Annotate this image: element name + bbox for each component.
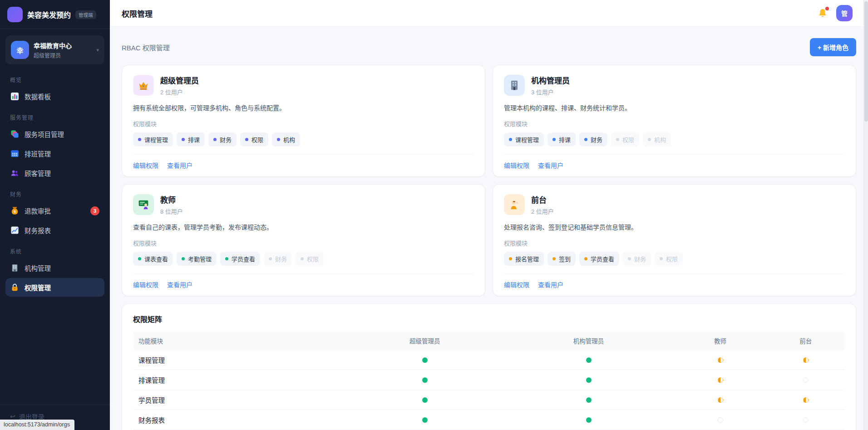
permission-full-icon: [422, 397, 428, 403]
role-description: 处理报名咨询、签到登记和基础学员信息管理。: [504, 222, 845, 231]
sidebar-item-label: 顾客管理: [25, 168, 51, 178]
view-users-link[interactable]: 查看用户: [167, 280, 192, 289]
sidebar-item-customers[interactable]: 顾客管理: [5, 164, 104, 182]
module-dot-icon: [584, 257, 587, 260]
teacher-icon: [133, 194, 154, 215]
permission-none-icon: [803, 377, 809, 383]
matrix-column-header: 教师: [674, 331, 767, 350]
users-icon: [10, 169, 19, 177]
scrollbar-track: [863, 0, 868, 430]
module-tag: 权限: [240, 132, 268, 147]
bar-chart-icon: [10, 92, 19, 101]
view-users-link[interactable]: 查看用户: [538, 280, 563, 289]
brand-name: 美容美发预约: [27, 9, 71, 20]
role-card-机构管理员: 机构管理员3 位用户管理本机构的课程、排课、财务统计和学员。权限模块课程管理排课…: [493, 65, 856, 177]
edit-permissions-link[interactable]: 编辑权限: [133, 280, 158, 289]
office-building-icon: [504, 75, 525, 96]
org-selector[interactable]: 幸 幸福教育中心 超级管理员 ▾: [5, 35, 104, 64]
role-user-count: 8 位用户: [160, 207, 183, 215]
permission-partial-icon: [718, 377, 723, 383]
sidebar-item-refunds[interactable]: $退款审批3: [5, 201, 104, 220]
sidebar-item-dashboard[interactable]: 数据看板: [5, 87, 104, 106]
app-logo: [7, 7, 23, 22]
role-user-count: 2 位用户: [531, 207, 554, 215]
calendar-icon: [10, 149, 19, 158]
pending-count-badge: 3: [90, 206, 99, 215]
edit-permissions-link[interactable]: 编辑权限: [504, 280, 529, 289]
sidebar-item-permissions[interactable]: 权限管理: [5, 278, 104, 297]
permission-none-icon: [718, 417, 723, 423]
module-dot-icon: [277, 138, 280, 141]
permission-full-icon: [422, 357, 428, 363]
sidebar-item-label: 权限管理: [25, 283, 51, 292]
view-users-link[interactable]: 查看用户: [167, 161, 192, 170]
module-tag: 财务: [208, 132, 237, 147]
org-avatar: 幸: [11, 41, 29, 59]
module-tag: 学员查看: [579, 252, 619, 266]
money-bag-icon: $: [10, 206, 19, 215]
lock-icon: [10, 283, 19, 292]
scrollbar-thumb[interactable]: [864, 1, 868, 122]
user-avatar[interactable]: 管: [836, 5, 853, 21]
role-description: 拥有系统全部权限，可管理多机构、角色与系统配置。: [133, 103, 474, 112]
add-role-button[interactable]: + 新增角色: [810, 38, 856, 56]
sidebar-item-orgs[interactable]: 机构管理: [5, 259, 104, 277]
sidebar-section-label: 系统: [10, 247, 100, 255]
modules-label: 权限模块: [504, 239, 845, 247]
sidebar-item-scheduling[interactable]: 排班管理: [5, 144, 104, 163]
role-name: 超级管理员: [160, 74, 199, 86]
module-dot-icon: [552, 257, 556, 260]
module-dot-icon: [552, 138, 556, 141]
permission-matrix-card: 权限矩阵 功能模块超级管理员机构管理员教师前台 课程管理排课管理学员管理财务报表…: [122, 303, 856, 430]
sidebar-item-label: 排班管理: [25, 149, 51, 158]
org-name: 幸福教育中心: [34, 41, 72, 50]
module-tag: 权限: [611, 132, 639, 147]
sidebar-item-finance-reports[interactable]: 财务报表: [5, 221, 104, 239]
toolbar: RBAC 权限管理 + 新增角色: [122, 38, 856, 56]
bell-icon: [817, 12, 828, 20]
matrix-column-header: 前台: [766, 331, 845, 350]
permission-matrix-table: 功能模块超级管理员机构管理员教师前台 课程管理排课管理学员管理财务报表退款审批机…: [133, 331, 845, 430]
module-dot-icon: [138, 138, 141, 141]
role-name: 机构管理员: [531, 74, 570, 86]
role-card-教师: 教师8 位用户查看自己的课表，管理学员考勤，发布课程动态。权限模块课表查看考勤管…: [122, 184, 485, 296]
matrix-column-header: 机构管理员: [503, 331, 674, 350]
main-area: 权限管理 管 RBAC 权限管理 + 新增角色 超级管理员2 位用户拥有系统全部…: [110, 0, 868, 430]
role-card-前台: 前台2 位用户处理报名咨询、签到登记和基础学员信息管理。权限模块报名管理签到学员…: [493, 184, 856, 296]
module-tag: 课表查看: [133, 252, 173, 266]
sidebar: 美容美发预约 管理端 幸 幸福教育中心 超级管理员 ▾ 概览数据看板服务管理服务…: [0, 0, 110, 430]
edit-permissions-link[interactable]: 编辑权限: [133, 161, 158, 170]
matrix-title: 权限矩阵: [133, 313, 845, 324]
module-dot-icon: [182, 138, 185, 141]
module-tag: 机构: [272, 132, 300, 147]
edit-permissions-link[interactable]: 编辑权限: [504, 161, 529, 170]
module-dot-icon: [616, 138, 619, 141]
role-name: 教师: [160, 194, 183, 205]
module-tag: 报名管理: [504, 252, 544, 266]
status-url: localhost:5173/admin/orgs: [0, 420, 74, 430]
chart-up-icon: [10, 226, 19, 235]
matrix-row: 课程管理: [133, 350, 845, 370]
modules-label: 权限模块: [133, 119, 474, 128]
module-tag: 学员查看: [220, 252, 260, 266]
matrix-column-header: 超级管理员: [346, 331, 503, 350]
role-user-count: 3 位用户: [531, 88, 570, 96]
building-icon: [10, 264, 19, 272]
view-users-link[interactable]: 查看用户: [538, 161, 563, 170]
module-dot-icon: [225, 257, 228, 260]
permission-partial-icon: [718, 357, 723, 363]
matrix-row: 财务报表: [133, 410, 845, 430]
module-dot-icon: [509, 138, 512, 141]
module-dot-icon: [269, 257, 272, 260]
permission-full-icon: [422, 377, 428, 383]
sidebar-section-label: 概览: [10, 76, 100, 83]
permission-full-icon: [586, 377, 592, 383]
notifications-button[interactable]: [817, 8, 828, 19]
sidebar-item-services[interactable]: 服务项目管理: [5, 125, 104, 143]
permission-full-icon: [586, 397, 592, 403]
module-dot-icon: [509, 257, 512, 260]
module-tag: 财务: [264, 252, 292, 266]
sidebar-item-label: 机构管理: [25, 263, 51, 273]
sidebar-section-label: 财务: [10, 190, 100, 198]
matrix-column-header: 功能模块: [133, 331, 346, 350]
